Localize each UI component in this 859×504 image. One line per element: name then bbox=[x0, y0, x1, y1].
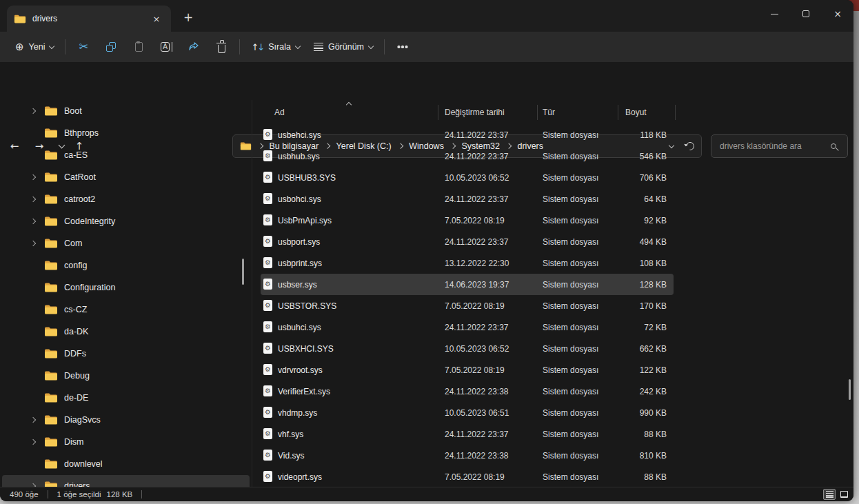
folder-name: Bthprops bbox=[64, 128, 99, 138]
file-row[interactable]: ⚙ vdrvroot.sys 7.05.2022 08:19 Sistem do… bbox=[261, 359, 674, 381]
chevron-expand-icon[interactable] bbox=[30, 196, 36, 202]
sidebar-folder-item[interactable]: de-DE bbox=[2, 387, 250, 409]
column-resize-handle[interactable] bbox=[537, 105, 538, 120]
column-header-name[interactable]: Ad bbox=[274, 108, 285, 117]
file-row[interactable]: ⚙ Vid.sys 24.11.2022 23:38 Sistem dosyas… bbox=[261, 445, 674, 466]
file-type: Sistem dosyası bbox=[543, 152, 598, 161]
navigation-bar: ← → ↑ Bu bilgisayarYerel Disk (C:)Window… bbox=[0, 62, 853, 100]
folder-icon bbox=[44, 481, 58, 487]
tab-close-icon[interactable]: × bbox=[149, 11, 164, 26]
file-type: Sistem dosyası bbox=[543, 280, 598, 290]
close-button[interactable]: × bbox=[822, 0, 853, 28]
delete-button[interactable] bbox=[208, 35, 235, 59]
copy-button[interactable] bbox=[97, 35, 125, 59]
file-date-modified: 24.11.2022 23:37 bbox=[445, 194, 509, 204]
sidebar-folder-item[interactable]: Dism bbox=[2, 431, 250, 453]
sidebar-folder-item[interactable]: ca-ES bbox=[2, 144, 250, 166]
file-row[interactable]: ⚙ UsbPmApi.sys 7.05.2022 08:19 Sistem do… bbox=[261, 210, 674, 231]
sidebar-folder-item[interactable]: drivers bbox=[2, 475, 250, 487]
navigation-pane: Boot Bthprops ca-ES CatRoot catroot2 bbox=[0, 100, 252, 487]
file-row[interactable]: ⚙ usbuhci.sys 24.11.2022 23:37 Sistem do… bbox=[261, 316, 674, 338]
file-row[interactable]: ⚙ vhdmp.sys 10.05.2023 06:51 Sistem dosy… bbox=[261, 402, 674, 423]
file-row[interactable]: ⚙ USBHUB3.SYS 10.05.2023 06:52 Sistem do… bbox=[261, 167, 674, 188]
file-row[interactable]: ⚙ VerifierExt.sys 24.11.2022 23:38 Siste… bbox=[261, 381, 674, 402]
window-controls: × bbox=[758, 0, 853, 28]
column-resize-handle[interactable] bbox=[618, 105, 618, 120]
file-date-modified: 13.12.2022 22:30 bbox=[445, 259, 509, 268]
folder-icon bbox=[44, 194, 58, 205]
chevron-expand-icon[interactable] bbox=[30, 219, 36, 224]
file-row[interactable]: ⚙ USBSTOR.SYS 7.05.2022 08:19 Sistem dos… bbox=[261, 295, 674, 316]
sidebar-folder-item[interactable]: catroot2 bbox=[2, 188, 250, 210]
sidebar-folder-item[interactable]: Configuration bbox=[2, 276, 250, 299]
file-date-modified: 24.11.2022 23:37 bbox=[445, 430, 509, 439]
sidebar-folder-item[interactable]: Bthprops bbox=[2, 122, 250, 144]
column-header-size[interactable]: Boyut bbox=[625, 108, 647, 117]
sidebar-folder-item[interactable]: DDFs bbox=[2, 343, 250, 365]
sidebar-folder-item[interactable]: Debug bbox=[2, 365, 250, 387]
paste-button[interactable] bbox=[125, 35, 152, 59]
file-row[interactable]: ⚙ vhf.sys 24.11.2022 23:37 Sistem dosyas… bbox=[261, 423, 674, 445]
folder-icon bbox=[44, 458, 58, 470]
chevron-expand-icon[interactable] bbox=[30, 417, 36, 423]
minimize-button[interactable] bbox=[758, 0, 790, 28]
file-row[interactable]: ⚙ usbehci.sys 24.11.2022 23:37 Sistem do… bbox=[261, 124, 674, 145]
toolbar-divider bbox=[239, 39, 240, 54]
tab-drivers[interactable]: drivers × bbox=[7, 6, 171, 32]
details-view-icon bbox=[826, 491, 833, 498]
file-list-scrollbar-thumb[interactable] bbox=[849, 379, 851, 400]
details-view-button[interactable] bbox=[823, 489, 836, 500]
column-header-type[interactable]: Tür bbox=[543, 108, 555, 117]
new-button[interactable]: ⊕ Yeni bbox=[8, 35, 61, 59]
file-size: 108 KB bbox=[640, 259, 667, 268]
folder-icon bbox=[44, 348, 58, 359]
sidebar-folder-item[interactable]: CatRoot bbox=[2, 166, 250, 188]
sidebar-folder-item[interactable]: DiagSvcs bbox=[2, 409, 250, 431]
status-divider bbox=[141, 490, 142, 498]
column-resize-handle[interactable] bbox=[438, 105, 438, 120]
share-button[interactable] bbox=[180, 35, 208, 59]
sidebar-folder-item[interactable]: CodeIntegrity bbox=[2, 210, 250, 232]
folder-icon bbox=[14, 14, 26, 24]
file-type: Sistem dosyası bbox=[543, 387, 598, 396]
sidebar-folder-item[interactable]: da-DK bbox=[2, 321, 250, 343]
new-tab-button[interactable]: + bbox=[179, 9, 197, 26]
sidebar-folder-item[interactable]: Com bbox=[2, 232, 250, 254]
view-button[interactable]: Görünüm bbox=[307, 35, 380, 59]
maximize-button[interactable] bbox=[790, 0, 822, 28]
system-file-icon: ⚙ bbox=[263, 300, 272, 311]
file-name: Vid.sys bbox=[278, 451, 304, 461]
view-icon bbox=[314, 43, 323, 52]
file-row[interactable]: ⚙ usbprint.sys 13.12.2022 22:30 Sistem d… bbox=[261, 252, 674, 274]
file-row[interactable]: ⚙ usbohci.sys 24.11.2022 23:37 Sistem do… bbox=[261, 188, 674, 210]
chevron-expand-icon[interactable] bbox=[30, 174, 36, 180]
sidebar-folder-item[interactable]: config bbox=[2, 254, 250, 276]
cut-button[interactable]: ✂ bbox=[70, 35, 97, 59]
column-resize-handle[interactable] bbox=[675, 105, 676, 120]
file-row[interactable]: ⚙ USBXHCI.SYS 10.05.2023 06:52 Sistem do… bbox=[261, 338, 674, 359]
rename-button[interactable]: A bbox=[152, 35, 180, 59]
folder-icon bbox=[44, 436, 58, 447]
file-size: 72 KB bbox=[644, 323, 667, 332]
system-file-icon: ⚙ bbox=[263, 428, 272, 439]
sort-button[interactable]: ↑↓ Sırala bbox=[244, 35, 306, 59]
chevron-expand-icon[interactable] bbox=[30, 439, 36, 445]
sidebar-scrollbar-thumb[interactable] bbox=[242, 259, 244, 285]
sidebar-folder-item[interactable]: downlevel bbox=[2, 453, 250, 475]
file-type: Sistem dosyası bbox=[543, 216, 598, 225]
file-type: Sistem dosyası bbox=[543, 237, 598, 247]
large-thumbnails-view-button[interactable] bbox=[838, 489, 850, 500]
status-divider bbox=[48, 490, 48, 498]
file-row[interactable]: ⚙ usbser.sys 14.06.2023 19:37 Sistem dos… bbox=[261, 274, 674, 295]
file-date-modified: 24.11.2022 23:38 bbox=[445, 451, 509, 461]
file-row[interactable]: ⚙ usbport.sys 24.11.2022 23:37 Sistem do… bbox=[261, 231, 674, 252]
file-row[interactable]: ⚙ usbhub.sys 24.11.2022 23:37 Sistem dos… bbox=[261, 145, 674, 167]
file-row[interactable]: ⚙ videoprt.sys 7.05.2022 08:19 Sistem do… bbox=[261, 466, 674, 487]
see-more-button[interactable] bbox=[389, 35, 416, 59]
file-date-modified: 10.05.2023 06:52 bbox=[445, 344, 509, 354]
sidebar-folder-item[interactable]: cs-CZ bbox=[2, 299, 250, 321]
column-header-date[interactable]: Değiştirme tarihi bbox=[445, 108, 505, 117]
chevron-expand-icon[interactable] bbox=[30, 241, 36, 246]
chevron-expand-icon[interactable] bbox=[30, 108, 36, 114]
sidebar-folder-item[interactable]: Boot bbox=[2, 100, 250, 122]
